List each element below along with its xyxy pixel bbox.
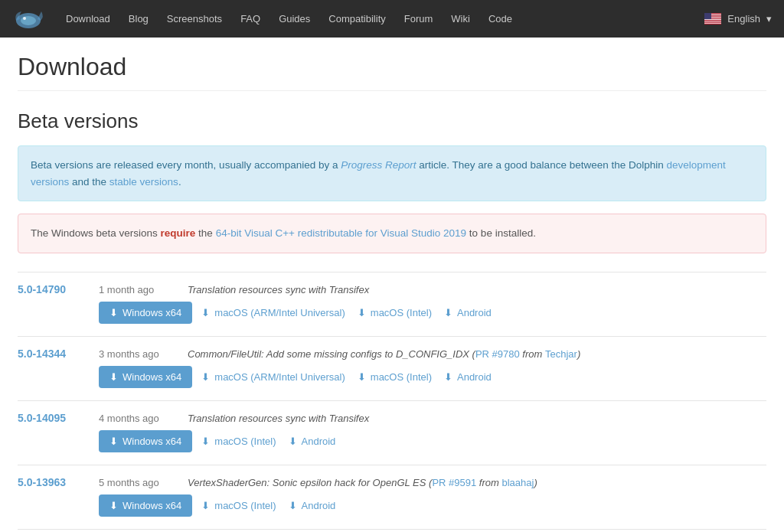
require-text: require	[161, 227, 196, 239]
release-version[interactable]: 5.0-13963	[18, 476, 87, 488]
download-arrow-icon: ⬇	[109, 371, 118, 383]
release-date: 5 months ago	[99, 477, 175, 488]
progress-report-text: Progress Report	[341, 159, 416, 171]
page-title: Download	[18, 53, 766, 91]
warning-text-3: to be installed.	[466, 227, 536, 239]
release-description: Translation resources sync with Transife…	[188, 284, 369, 295]
svg-rect-14	[704, 23, 721, 24]
release-date: 3 months ago	[99, 348, 175, 360]
pr-link[interactable]: PR #9780	[475, 348, 520, 360]
release-version[interactable]: 5.0-14790	[18, 283, 87, 295]
release-row: 5.0-136037 months agoDolphinQt: Fix regr…	[18, 529, 766, 532]
download-button-android[interactable]: ⬇ Android	[441, 366, 495, 388]
svg-rect-10	[704, 19, 721, 20]
download-arrow-icon: ⬇	[289, 436, 297, 447]
release-row: 5.0-147901 month agoTranslation resource…	[18, 272, 766, 336]
download-arrow-icon: ⬇	[109, 436, 118, 447]
download-arrow-icon: ⬇	[201, 307, 210, 318]
download-arrow-icon: ⬇	[444, 371, 452, 383]
download-arrow-icon: ⬇	[444, 307, 452, 318]
language-selector[interactable]: English ▾	[704, 13, 772, 24]
nav-link-faq[interactable]: FAQ	[231, 0, 270, 38]
release-description: VertexShaderGen: Sonic epsilon hack for …	[188, 477, 537, 488]
download-button-android[interactable]: ⬇ Android	[286, 494, 339, 517]
download-arrow-icon: ⬇	[201, 500, 210, 511]
info-text-2: article. They are a good balance between…	[416, 159, 667, 171]
info-text-4: .	[178, 176, 181, 188]
release-date: 4 months ago	[99, 413, 175, 424]
release-version[interactable]: 5.0-14344	[18, 348, 87, 360]
download-arrow-icon: ⬇	[289, 500, 297, 511]
svg-rect-12	[704, 21, 721, 21]
release-header: 5.0-139635 months agoVertexShaderGen: So…	[18, 476, 766, 488]
download-button-macos--intel-[interactable]: ⬇ macOS (Intel)	[198, 430, 279, 452]
download-arrow-icon: ⬇	[109, 500, 118, 511]
release-header: 5.0-147901 month agoTranslation resource…	[18, 283, 766, 295]
vcredist-link[interactable]: 64-bit Visual C++ redistributable for Vi…	[216, 227, 466, 239]
download-button-android[interactable]: ⬇ Android	[286, 430, 339, 452]
release-version[interactable]: 5.0-14095	[18, 412, 87, 424]
release-list: 5.0-147901 month agoTranslation resource…	[18, 272, 766, 532]
download-arrow-icon: ⬇	[109, 307, 118, 318]
release-header: 5.0-143443 months agoCommon/FileUtil: Ad…	[18, 348, 766, 360]
download-button-macos--intel-[interactable]: ⬇ macOS (Intel)	[198, 494, 279, 517]
nav-link-screenshots[interactable]: Screenshots	[158, 0, 231, 38]
info-text-3: and the	[69, 176, 109, 188]
release-description: Translation resources sync with Transife…	[188, 413, 369, 424]
download-arrow-icon: ⬇	[201, 436, 210, 447]
warning-text-2: the	[195, 227, 215, 239]
release-description: Common/FileUtil: Add some missing config…	[188, 348, 580, 360]
release-date: 1 month ago	[99, 284, 175, 295]
navbar: Download Blog Screenshots FAQ Guides Com…	[0, 0, 784, 38]
release-buttons: ⬇ Windows x64⬇ macOS (ARM/Intel Universa…	[99, 302, 766, 324]
download-button-macos--intel-[interactable]: ⬇ macOS (Intel)	[354, 366, 435, 388]
svg-point-1	[21, 16, 36, 25]
release-buttons: ⬇ Windows x64⬇ macOS (ARM/Intel Universa…	[99, 366, 766, 388]
release-header: 5.0-140954 months agoTranslation resourc…	[18, 412, 766, 424]
warning-box: The Windows beta versions require the 64…	[18, 214, 766, 253]
warning-text-1: The Windows beta versions	[31, 227, 161, 239]
stable-versions-link[interactable]: stable versions	[109, 176, 178, 188]
nav-link-forum[interactable]: Forum	[395, 0, 443, 38]
download-button-windows-x64[interactable]: ⬇ Windows x64	[99, 494, 192, 517]
download-arrow-icon: ⬇	[201, 371, 210, 383]
nav-link-wiki[interactable]: Wiki	[442, 0, 479, 38]
download-arrow-icon: ⬇	[358, 371, 366, 383]
site-logo[interactable]	[12, 5, 44, 33]
download-arrow-icon: ⬇	[358, 307, 366, 318]
nav-link-download[interactable]: Download	[57, 0, 119, 38]
download-button-windows-x64[interactable]: ⬇ Windows x64	[99, 430, 192, 452]
svg-point-2	[23, 17, 26, 20]
nav-links: Download Blog Screenshots FAQ Guides Com…	[57, 0, 704, 38]
dropdown-icon: ▾	[766, 13, 772, 24]
svg-rect-15	[704, 24, 721, 24]
nav-link-compatibility[interactable]: Compatibility	[319, 0, 394, 38]
pr-link[interactable]: PR #9591	[432, 477, 476, 488]
main-content: Download Beta versions Beta versions are…	[5, 38, 779, 532]
download-button-android[interactable]: ⬇ Android	[441, 302, 495, 324]
download-button-windows-x64[interactable]: ⬇ Windows x64	[99, 302, 192, 324]
info-box: Beta versions are released every month, …	[18, 145, 766, 201]
svg-rect-11	[704, 20, 721, 21]
nav-link-guides[interactable]: Guides	[270, 0, 319, 38]
author-link[interactable]: Techjar	[545, 348, 577, 360]
release-row: 5.0-139635 months agoVertexShaderGen: So…	[18, 465, 766, 529]
nav-link-code[interactable]: Code	[479, 0, 521, 38]
release-buttons: ⬇ Windows x64⬇ macOS (Intel)⬇ Android	[99, 494, 766, 517]
download-button-macos--arm-intel-universal-[interactable]: ⬇ macOS (ARM/Intel Universal)	[198, 366, 348, 388]
svg-rect-13	[704, 22, 721, 23]
download-button-macos--intel-[interactable]: ⬇ macOS (Intel)	[354, 302, 435, 324]
author-link[interactable]: blaahaj	[501, 477, 534, 488]
progress-report-link[interactable]: Progress Report	[341, 159, 416, 171]
download-button-macos--arm-intel-universal-[interactable]: ⬇ macOS (ARM/Intel Universal)	[198, 302, 348, 324]
flag-icon	[704, 13, 721, 24]
info-text-1: Beta versions are released every month, …	[31, 159, 341, 171]
nav-link-blog[interactable]: Blog	[119, 0, 158, 38]
svg-rect-16	[704, 13, 711, 19]
download-button-windows-x64[interactable]: ⬇ Windows x64	[99, 366, 192, 388]
release-row: 5.0-140954 months agoTranslation resourc…	[18, 400, 766, 465]
language-label: English	[727, 13, 760, 24]
release-row: 5.0-143443 months agoCommon/FileUtil: Ad…	[18, 336, 766, 400]
release-buttons: ⬇ Windows x64⬇ macOS (Intel)⬇ Android	[99, 430, 766, 452]
section-title: Beta versions	[18, 109, 766, 133]
